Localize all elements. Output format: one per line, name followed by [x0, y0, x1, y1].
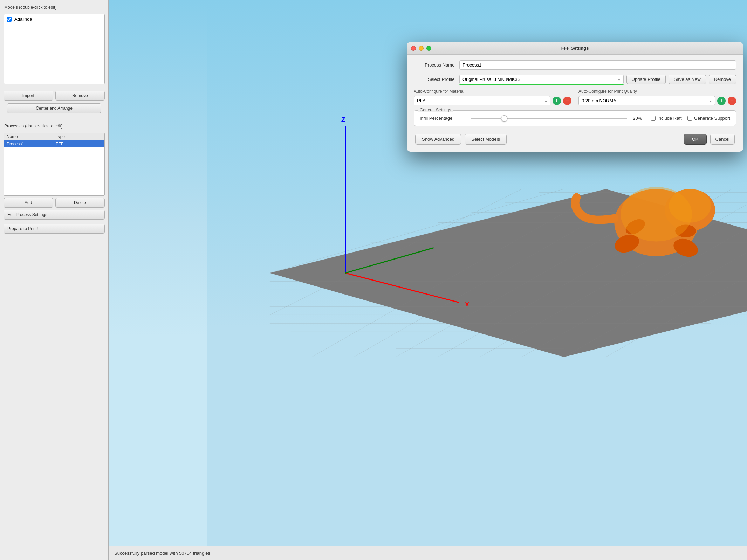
infill-slider[interactable]	[471, 118, 627, 119]
generate-support-label: Generate Support	[694, 116, 730, 121]
auto-configure-row: Auto-Configure for Material PLA PETG ABS…	[414, 89, 736, 105]
save-as-new-button[interactable]: Save as New	[669, 75, 706, 84]
minimize-button-icon[interactable]	[419, 46, 424, 51]
process-row-name: Process1	[7, 141, 56, 146]
include-raft-label: Include Raft	[657, 116, 681, 121]
remove-model-button[interactable]: Remove	[55, 91, 105, 101]
model-checkbox[interactable]	[7, 17, 12, 22]
left-sidebar: Models (double-click to edit) Adalinda I…	[0, 0, 109, 560]
process-col-type: Type	[56, 134, 65, 139]
prepare-to-print-button[interactable]: Prepare to Print!	[4, 224, 105, 234]
generate-support-checkbox[interactable]	[687, 116, 692, 121]
import-button[interactable]: Import	[4, 91, 53, 101]
infill-value: 20%	[633, 116, 645, 121]
process-name-label: Process Name:	[414, 62, 456, 68]
svg-point-45	[669, 189, 711, 223]
process-col-name: Name	[7, 134, 56, 139]
quality-select[interactable]: 0.20mm NORMAL 0.10mm DETAIL 0.15mm QUALI…	[578, 96, 715, 105]
include-raft-group: Include Raft	[651, 116, 681, 121]
auto-material-control: PLA PETG ABS TPU + −	[414, 96, 571, 105]
general-settings-title: General Settings	[418, 108, 453, 112]
cancel-button[interactable]: Cancel	[710, 134, 735, 145]
table-row[interactable]: Process1 FFF	[4, 140, 104, 147]
infill-label: Infill Percentage:	[420, 116, 465, 121]
close-button-icon[interactable]	[411, 46, 416, 51]
center-arrange-button[interactable]: Center and Arrange	[7, 103, 101, 113]
general-settings-box: General Settings Infill Percentage: 20% …	[414, 110, 736, 126]
dialog-content: Process Name: Select Profile: Original P…	[407, 55, 743, 152]
generate-support-group: Generate Support	[687, 116, 730, 121]
auto-configure-quality-group: Auto-Configure for Print Quality 0.20mm …	[578, 89, 736, 105]
add-quality-button[interactable]: +	[717, 97, 726, 105]
model-name: Adalinda	[14, 16, 32, 22]
auto-material-label: Auto-Configure for Material	[414, 89, 571, 94]
edit-process-settings-button[interactable]: Edit Process Settings	[4, 210, 105, 220]
select-profile-label: Select Profile:	[414, 77, 456, 82]
process-action-buttons: Add Delete	[4, 198, 105, 208]
select-profile-row: Select Profile: Original Prusa i3 MK3/MK…	[414, 75, 736, 84]
center-arrange-container: Center and Arrange	[0, 103, 108, 119]
delete-process-button[interactable]: Delete	[55, 198, 105, 208]
svg-text:Z: Z	[341, 116, 345, 123]
fff-settings-dialog: FFF Settings Process Name: Select Profil…	[407, 42, 743, 152]
remove-material-button[interactable]: −	[563, 97, 571, 105]
include-raft-checkbox[interactable]	[651, 116, 656, 121]
profile-row: Original Prusa i3 MK3/MK3S Default Custo…	[459, 75, 736, 84]
material-select[interactable]: PLA PETG ABS TPU	[414, 96, 550, 105]
models-section: Models (double-click to edit) Adalinda	[0, 0, 108, 88]
model-action-buttons: Import Remove	[0, 88, 108, 103]
add-material-button[interactable]: +	[553, 97, 561, 105]
main-viewport: Z X	[109, 0, 747, 560]
remove-quality-button[interactable]: −	[728, 97, 736, 105]
dialog-buttons: Show Advanced Select Models OK Cancel	[414, 131, 736, 146]
ok-button[interactable]: OK	[684, 134, 707, 145]
dialog-title: FFF Settings	[561, 46, 589, 51]
maximize-button-icon[interactable]	[426, 46, 431, 51]
processes-section-title: Processes (double-click to edit)	[4, 122, 105, 130]
auto-configure-material-group: Auto-Configure for Material PLA PETG ABS…	[414, 89, 571, 105]
status-text: Successfully parsed model with 50704 tri…	[114, 551, 210, 556]
select-models-button[interactable]: Select Models	[465, 134, 507, 145]
process-name-row: Process Name:	[414, 60, 736, 70]
svg-text:X: X	[465, 301, 470, 308]
models-section-title: Models (double-click to edit)	[4, 4, 105, 11]
processes-section: Processes (double-click to edit) Name Ty…	[0, 119, 108, 560]
models-list: Adalinda	[4, 14, 105, 84]
update-profile-button[interactable]: Update Profile	[626, 75, 666, 84]
auto-quality-label: Auto-Configure for Print Quality	[578, 89, 736, 94]
traffic-lights	[411, 46, 431, 51]
remove-profile-button[interactable]: Remove	[709, 75, 736, 84]
processes-list: Name Type Process1 FFF	[4, 133, 105, 196]
dialog-titlebar: FFF Settings	[407, 42, 743, 55]
quality-select-wrapper: 0.20mm NORMAL 0.10mm DETAIL 0.15mm QUALI…	[578, 96, 715, 105]
infill-row: Infill Percentage: 20% Include Raft Gene…	[420, 116, 730, 121]
profile-indicator	[459, 84, 624, 85]
list-item[interactable]: Adalinda	[4, 14, 104, 24]
material-select-wrapper: PLA PETG ABS TPU	[414, 96, 550, 105]
processes-table-header: Name Type	[4, 133, 104, 140]
add-process-button[interactable]: Add	[4, 198, 53, 208]
profile-select[interactable]: Original Prusa i3 MK3/MK3S Default Custo…	[459, 75, 624, 84]
auto-quality-control: 0.20mm NORMAL 0.10mm DETAIL 0.15mm QUALI…	[578, 96, 736, 105]
bottom-action-buttons: Edit Process Settings Prepare to Print!	[4, 210, 105, 234]
process-name-input[interactable]	[459, 60, 736, 70]
status-bar: Successfully parsed model with 50704 tri…	[109, 546, 747, 560]
process-row-type: FFF	[56, 141, 63, 146]
show-advanced-button[interactable]: Show Advanced	[415, 134, 461, 145]
profile-select-wrapper: Original Prusa i3 MK3/MK3S Default Custo…	[459, 75, 624, 84]
